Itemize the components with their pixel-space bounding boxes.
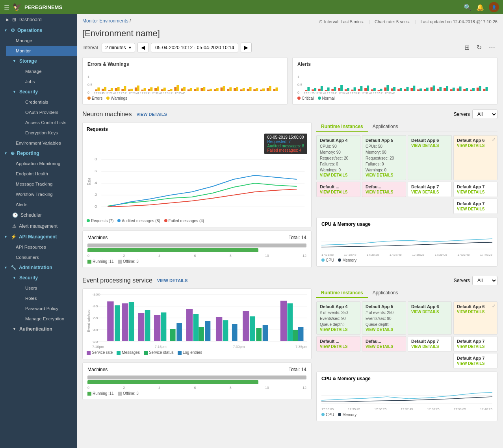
svg-rect-30 <box>194 89 196 91</box>
interval-select[interactable]: 2 minutes ▼ <box>102 43 135 52</box>
app-card-viewdetails[interactable]: VIEW DETAILS <box>366 190 393 194</box>
tab-applications[interactable]: Applications <box>368 122 403 132</box>
sidebar-item-roles[interactable]: Roles <box>13 293 77 303</box>
avatar[interactable]: 👤 <box>489 2 499 12</box>
ep-view-details-link[interactable]: VIEW DETAILS <box>157 278 187 283</box>
app-card-viewdetails[interactable]: VIEW DETAILS <box>320 327 347 332</box>
sidebar-item-storage-jobs[interactable]: Jobs <box>13 76 77 87</box>
interval-prev-btn[interactable]: ◀ <box>137 43 148 52</box>
sidebar-icon-administration: 🔧 <box>11 265 17 270</box>
svg-rect-63 <box>327 87 329 91</box>
sidebar-item-credentials[interactable]: Credentials <box>13 97 77 107</box>
hamburger-icon[interactable]: ☰ <box>4 4 9 11</box>
sidebar-item-app-monitoring[interactable]: Application Monitoring <box>6 158 77 169</box>
svg-rect-137 <box>138 313 144 341</box>
app-card-viewdetails[interactable]: VIEW DETAILS <box>366 173 393 177</box>
breadcrumb-parent[interactable]: Monitor Environments <box>82 18 128 24</box>
sidebar-item-endpoint-health[interactable]: Endpoint Health <box>6 169 77 179</box>
sidebar-item-env-vars[interactable]: Environment Variables <box>6 138 77 148</box>
sidebar: ▶ ⊞ Dashboard ▼ ⚙ Operations Manage Moni… <box>0 14 77 448</box>
svg-rect-27 <box>183 87 186 91</box>
sidebar-item-api-resources[interactable]: API Resources <box>6 242 77 252</box>
servers-select[interactable]: All <box>472 110 497 119</box>
app-card-viewdetails[interactable]: VIEW DETAILS <box>457 190 484 194</box>
sidebar-item-api-mgmt[interactable]: ▼ ⚡ API Management <box>0 232 77 242</box>
failed-legend-label: Failed messages (4) <box>169 219 204 223</box>
svg-rect-60 <box>318 89 320 91</box>
refresh-btn[interactable]: ↻ <box>474 43 484 52</box>
app-card-viewdetails[interactable]: VIEW DETAILS <box>457 143 484 148</box>
app-card-viewdetails[interactable]: VIEW DETAILS <box>411 143 439 148</box>
ep-servers-select[interactable]: All <box>472 276 497 285</box>
app-card-viewdetails[interactable]: VIEW DETAILS <box>457 310 484 314</box>
sidebar-label-api-resources: API Resources <box>16 245 46 249</box>
app-card-viewdetails[interactable]: VIEW DETAILS <box>457 207 484 211</box>
app-card-viewdetails[interactable]: VIEW DETAILS <box>411 310 439 314</box>
settings-icon-btn[interactable]: ⊞ <box>462 43 472 52</box>
app-card-viewdetails[interactable]: VIEW DETAILS <box>411 344 439 349</box>
svg-rect-103 <box>459 87 461 91</box>
app-card-viewdetails[interactable]: VIEW DETAILS <box>320 344 347 349</box>
sidebar-item-dashboard[interactable]: ▶ ⊞ Dashboard <box>0 14 77 25</box>
app-card-viewdetails[interactable]: VIEW DETAILS <box>457 361 484 366</box>
svg-rect-66 <box>338 88 340 91</box>
sidebar-item-scheduler[interactable]: ▶ 🕐 Scheduler <box>0 210 77 221</box>
svg-rect-159 <box>298 327 304 341</box>
expand-icon[interactable]: ⤢ <box>492 137 496 142</box>
sidebar-item-administration[interactable]: ▼ 🔧 Administration <box>0 262 77 273</box>
sidebar-icon-alert-mgmt: ⚠ <box>12 223 17 229</box>
tab-runtime-instances[interactable]: Runtime instances <box>316 122 368 132</box>
bell-icon[interactable]: 🔔 <box>476 4 484 11</box>
sidebar-item-storage[interactable]: ▼ Storage <box>6 56 77 66</box>
memory-legend-dot-ep <box>338 413 341 416</box>
sidebar-item-monitor[interactable]: Monitor <box>6 46 77 56</box>
sidebar-label-msg-tracking: Message Tracking <box>16 182 52 186</box>
app-card-viewdetails[interactable]: VIEW DETAILS <box>457 344 484 349</box>
sidebar-item-manage-encryption[interactable]: Manage Encryption <box>13 314 77 324</box>
app-card-viewdetails[interactable]: VIEW DETAILS <box>411 190 439 194</box>
cpu-memory-title: CPU & Memory usage <box>321 221 492 227</box>
sidebar-item-storage-manage[interactable]: Manage <box>13 66 77 76</box>
sidebar-item-msg-tracking[interactable]: Message Tracking <box>6 179 77 189</box>
app-card-viewdetails[interactable]: VIEW DETAILS <box>366 327 393 332</box>
more-options-btn[interactable]: ⋯ <box>486 43 497 52</box>
sidebar-item-authentication[interactable]: ▼ Authentication <box>6 324 77 334</box>
sidebar-item-operations[interactable]: ▼ ⚙ Operations <box>0 25 77 35</box>
expand-icon[interactable]: ⤢ <box>492 303 496 309</box>
sidebar-item-manage[interactable]: Manage <box>6 35 77 46</box>
app-card-viewdetails[interactable]: VIEW DETAILS <box>366 344 393 349</box>
sidebar-item-enc-keys[interactable]: Encryption Keys <box>13 128 77 138</box>
sidebar-label-roles: Roles <box>25 296 37 301</box>
logo-icon: 🦅 <box>13 3 21 11</box>
tab-ep-applications[interactable]: Applications <box>368 288 403 298</box>
sidebar-item-wf-tracking[interactable]: Workflow Tracking <box>6 189 77 199</box>
svg-rect-64 <box>331 89 334 91</box>
svg-rect-144 <box>129 302 134 341</box>
app-card-viewdetails[interactable]: VIEW DETAILS <box>320 190 347 194</box>
svg-rect-51 <box>262 89 265 91</box>
sidebar-item-alert-mgmt[interactable]: ▶ ⚠ Alert management <box>0 221 77 232</box>
chevron-icon: ▼ <box>4 235 7 239</box>
svg-text:2: 2 <box>95 193 97 197</box>
sidebar-icon-api-mgmt: ⚡ <box>11 234 17 240</box>
last-updated-info: Last updated on 12-04-2018 @17:10:26 <box>421 19 497 24</box>
sidebar-item-users[interactable]: Users <box>13 283 77 293</box>
sidebar-item-oauth[interactable]: OAuth Providers <box>13 107 77 117</box>
sidebar-item-acl[interactable]: Access Control Lists <box>13 117 77 128</box>
machines-legend-ep: Running :11 Offline: 3 <box>87 391 306 396</box>
tab-ep-runtime-instances[interactable]: Runtime instances <box>316 288 368 298</box>
audited-legend-label: Audited messages (8) <box>122 219 160 223</box>
app-card-title: Default App 7 <box>457 356 494 361</box>
sidebar-item-alerts[interactable]: Alerts <box>6 199 77 210</box>
svg-rect-18 <box>154 88 157 91</box>
interval-next-btn[interactable]: ▶ <box>241 43 252 52</box>
sidebar-item-reporting[interactable]: ▼ ⊕ Reporting <box>0 148 77 158</box>
sidebar-item-admin-security[interactable]: ▼ Security <box>6 273 77 283</box>
sidebar-item-consumers[interactable]: Consumers <box>6 252 77 262</box>
search-icon[interactable]: 🔍 <box>464 4 471 11</box>
sidebar-item-password-policy[interactable]: Password Policy <box>13 303 77 314</box>
sidebar-label-admin-security: Security <box>19 275 38 281</box>
sidebar-item-security[interactable]: ▼ Security <box>6 87 77 97</box>
neuron-view-details-link[interactable]: VIEW DETAILS <box>136 112 167 117</box>
app-card-viewdetails[interactable]: VIEW DETAILS <box>320 173 347 177</box>
